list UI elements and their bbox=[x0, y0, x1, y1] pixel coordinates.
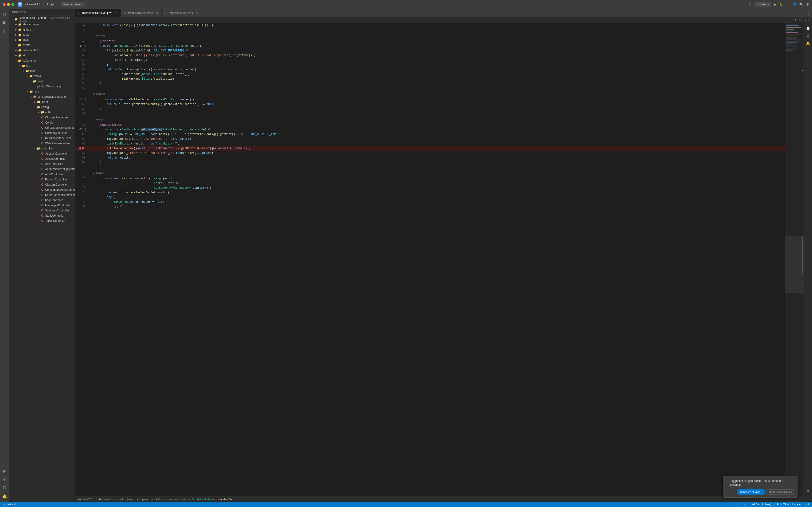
status-line-ending[interactable]: LF bbox=[775, 503, 779, 506]
sidebar-item-main[interactable]: ▾ 📂 main bbox=[9, 68, 75, 73]
sidebar-item-kafkaconnect[interactable]: ▶ C KafkaConnectController bbox=[9, 192, 75, 198]
tab-close-jmxmetrics[interactable]: ✕ bbox=[115, 11, 118, 15]
settings-icon[interactable]: ⚙ bbox=[749, 3, 752, 6]
search-icon[interactable]: 🔍 bbox=[799, 3, 803, 6]
sidebar-item-devcontainer[interactable]: ▶ 📁 .devcontainer bbox=[9, 22, 75, 27]
more-bar-icon[interactable]: ··· bbox=[1, 36, 8, 44]
sidebar-item-config[interactable]: ▾ 📂 config bbox=[9, 105, 75, 110]
vcs-icon[interactable] bbox=[1, 28, 8, 35]
right-bookmarks-icon[interactable]: 📑 bbox=[805, 25, 811, 32]
sidebar-item-brokerscontroller[interactable]: ▶ C BrokersController bbox=[9, 177, 75, 182]
profile-icon[interactable]: 👤 bbox=[793, 3, 797, 6]
maximize-button[interactable] bbox=[11, 3, 14, 6]
sidebar-item-aclscontroller[interactable]: ▶ C AclsController bbox=[9, 161, 75, 167]
tab-close-jmxconnector[interactable]: ✕ bbox=[156, 11, 159, 15]
tab-rmiconnector[interactable]: C RMIConnector.class ✕ bbox=[162, 9, 201, 17]
run-icon[interactable]: ▶ bbox=[1, 467, 8, 474]
sidebar-item-cors[interactable]: ▶ C CorsGlobalConfiguration bbox=[9, 125, 75, 130]
sidebar-item-readonlyfilter[interactable]: ▶ C ReadOnlyModeFilter bbox=[9, 135, 75, 141]
sidebar-item-idea[interactable]: ▶ 📁 .idea bbox=[9, 32, 75, 37]
breadcrumb-item-com[interactable]: com bbox=[135, 498, 139, 501]
status-encoding[interactable]: UTF-8 bbox=[780, 503, 790, 506]
sidebar-item-consumergroupscontroller[interactable]: ▶ C ConsumerGroupsController bbox=[9, 187, 75, 192]
breadcrumb-item-ui[interactable]: ui bbox=[165, 498, 167, 501]
check-badge[interactable]: ✓ 1 bbox=[798, 18, 802, 21]
sidebar-item-topicscontroller[interactable]: ▶ C TopicsController bbox=[9, 218, 75, 223]
more-icon[interactable]: ⋮ bbox=[787, 3, 790, 6]
status-position[interactable]: 62:39 (12 chars) bbox=[751, 503, 772, 506]
tabs-more-icon[interactable]: ⋮ bbox=[807, 11, 810, 15]
right-notifications-icon[interactable]: 🔔 bbox=[805, 40, 811, 47]
sidebar-item-staticcontroller[interactable]: ▶ C StaticController bbox=[9, 213, 75, 218]
breadcrumb-item-root[interactable]: kafka-ui-0.7.1 bbox=[78, 498, 94, 501]
status-indent[interactable]: 2 spaces bbox=[791, 503, 803, 506]
right-structure-icon[interactable] bbox=[805, 33, 811, 39]
configure-plugins-button[interactable]: Configure plugins... bbox=[738, 489, 764, 495]
sidebar-item-antlr4[interactable]: ▾ 📂 antlr4 bbox=[9, 73, 75, 79]
breadcrumb-item-src[interactable]: src bbox=[113, 498, 116, 501]
minimize-button[interactable] bbox=[7, 3, 10, 6]
settings2-icon[interactable]: ⚙ bbox=[806, 3, 809, 6]
sidebar-item-src[interactable]: ▾ 📂 src bbox=[9, 63, 75, 68]
kafka-ui-branch[interactable]: ⎇ kafka-ui bbox=[754, 2, 771, 7]
tab-close-rmiconnector[interactable]: ✕ bbox=[195, 11, 198, 15]
project-selector[interactable]: Project ▾ bbox=[47, 3, 58, 6]
sidebar-item-kafkauiapi[interactable]: ▾ 📂 kafka-ui-api bbox=[9, 58, 75, 63]
sidebar-item-webclientprops[interactable]: ▶ C WebclientProperties bbox=[9, 141, 75, 146]
breadcrumb-item-main[interactable]: main bbox=[119, 498, 124, 501]
status-warning-badge[interactable]: ⚠ 1 bbox=[804, 503, 810, 506]
sidebar-item-java[interactable]: ▾ 📂 java bbox=[9, 89, 75, 94]
sidebar-item-ksqlcontroller[interactable]: ▶ C KsqlController bbox=[9, 198, 75, 203]
notifications-icon[interactable]: 🔔 bbox=[1, 493, 8, 500]
sidebar-root-item[interactable]: ▾ 📁 kafka-ui-0.7.1 [kafka-ui] ~/Download… bbox=[9, 17, 75, 22]
sidebar-item-charts[interactable]: ▾ 📂 charts bbox=[9, 43, 75, 48]
breadcrumb-item-provectus[interactable]: provectus bbox=[142, 498, 154, 501]
sidebar-item-ksql[interactable]: ▾ 📂 ksql bbox=[9, 79, 75, 84]
sidebar-toggle-icon[interactable] bbox=[1, 11, 8, 18]
sidebar-item-accesscontroller[interactable]: ▶ C AccessController bbox=[9, 156, 75, 161]
sidebar-item-messagescontroller[interactable]: ▶ C MessagesController bbox=[9, 203, 75, 208]
code-viewport[interactable]: 44 public void close() { jmxSslSocketFac… bbox=[75, 23, 785, 496]
right-m-icon[interactable]: M bbox=[805, 488, 811, 494]
sidebar-item-customwebfilter[interactable]: ▶ C CustomWebFilter bbox=[9, 130, 75, 135]
breadcrumb-item-class[interactable]: JmxMetricsRetriever bbox=[192, 498, 215, 501]
sidebar-item-authcontroller[interactable]: ▶ C AuthController bbox=[9, 172, 75, 177]
sidebar-item-appconfig[interactable]: ▶ C ApplicationConfigController bbox=[9, 167, 75, 172]
search-bar-icon[interactable]: 🔍 bbox=[1, 19, 8, 27]
sidebar-item-package[interactable]: ▾ 📦 com.provectus.kafka.ui bbox=[9, 94, 75, 99]
debug-icon[interactable] bbox=[1, 475, 8, 483]
sidebar-item-mvn[interactable]: ▶ 📁 .mvn bbox=[9, 37, 75, 43]
sidebar-item-client[interactable]: ▶ 📁 client bbox=[9, 99, 75, 105]
sidebar-item-clustersprops[interactable]: ▶ C ClustersProperties bbox=[9, 115, 75, 120]
sidebar-item-etc[interactable]: ▶ 📁 etc bbox=[9, 53, 75, 58]
breadcrumb-item-metrics[interactable]: metrics bbox=[181, 498, 189, 501]
sidebar-item-controller[interactable]: ▾ 📂 controller bbox=[9, 146, 75, 151]
sidebar-item-auth[interactable]: ▶ 📁 auth bbox=[9, 110, 75, 115]
sidebar-item-documentation[interactable]: ▶ 📁 documentation bbox=[9, 48, 75, 53]
tab-jmxmetrics[interactable]: J JmxMetricsRetriever.java ✕ bbox=[75, 9, 121, 17]
close-button[interactable] bbox=[3, 3, 6, 6]
sidebar-item-schemascontroller[interactable]: ▶ C SchemasController bbox=[9, 208, 75, 213]
sidebar-item-ksqlgrammar[interactable]: ▶ g4 KsqlGrammar.g4 bbox=[9, 84, 75, 89]
sidebar-item-abstractcontroller[interactable]: ▶ C AbstractController bbox=[9, 151, 75, 156]
sidebar-item-clusterscontroller[interactable]: ▶ C ClustersController bbox=[9, 182, 75, 187]
dont-suggest-button[interactable]: Don't suggest again bbox=[766, 489, 794, 495]
version-control-button[interactable]: Version control ▾ bbox=[61, 2, 84, 7]
breadcrumb-item-api[interactable]: kafka-ui-api bbox=[96, 498, 110, 501]
sidebar-item-config-file[interactable]: ▶ C Config bbox=[9, 120, 75, 125]
sidebar-item-github[interactable]: ▶ 📁 .github bbox=[9, 27, 75, 32]
breadcrumb-item-method[interactable]: ●retrieveSync bbox=[218, 498, 235, 501]
warning-badge[interactable]: ⚠ 1 bbox=[792, 18, 796, 21]
breadcrumb-item-java[interactable]: java bbox=[127, 498, 132, 501]
status-warnings[interactable]: ⚠ 1 bbox=[736, 503, 742, 506]
terminal-icon[interactable] bbox=[1, 484, 8, 492]
java-icon-clusterscontroller: C bbox=[41, 183, 44, 186]
play-icon[interactable]: ▶ bbox=[774, 3, 777, 6]
breadcrumb-item-kafka[interactable]: kafka bbox=[156, 498, 162, 501]
status-checks[interactable]: ✓ 1 bbox=[743, 503, 749, 506]
status-branch[interactable]: ⎇ kafka-ui bbox=[2, 502, 17, 507]
tab-jmxconnector[interactable]: ⚠ JMXConnector.class ✕ bbox=[121, 9, 161, 17]
bug-icon[interactable]: 🐛 bbox=[779, 3, 784, 6]
nav-chevrons[interactable]: ▲ ▼ bbox=[804, 19, 810, 21]
breadcrumb-item-service[interactable]: service bbox=[170, 498, 178, 501]
